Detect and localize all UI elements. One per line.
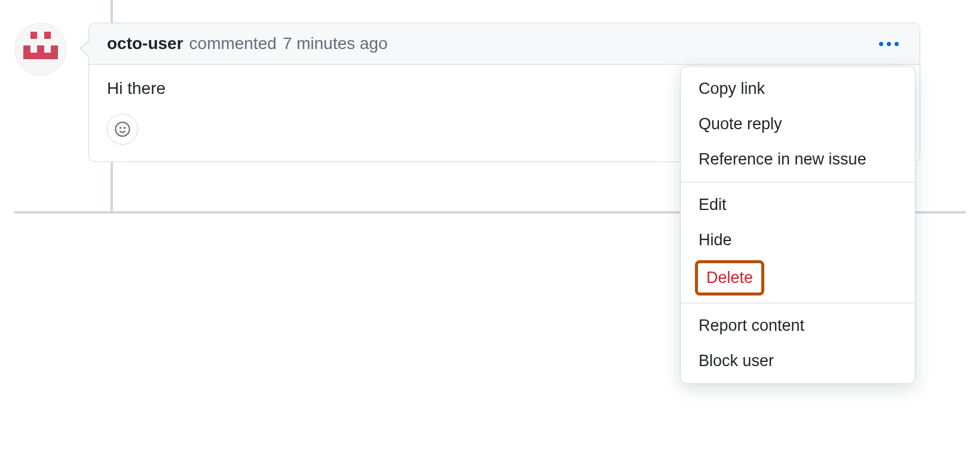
menu-separator <box>681 182 915 182</box>
menu-separator <box>681 303 915 303</box>
menu-reference-issue[interactable]: Reference in new issue <box>681 142 915 177</box>
comment-action: commented <box>189 34 277 53</box>
comment-header-meta: octo-user commented 7 minutes ago <box>107 34 388 53</box>
menu-edit[interactable]: Edit <box>681 187 915 223</box>
menu-block-user[interactable]: Block user <box>681 343 915 379</box>
comment-header: octo-user commented 7 minutes ago <box>89 23 920 65</box>
identicon <box>23 32 58 66</box>
menu-delete[interactable]: Delete <box>695 260 764 296</box>
svg-point-0 <box>115 122 129 136</box>
add-reaction-button[interactable] <box>107 114 138 145</box>
svg-point-2 <box>124 127 125 128</box>
comment-caret <box>79 40 89 57</box>
kebab-icon[interactable] <box>875 36 902 51</box>
smiley-icon <box>114 121 131 138</box>
menu-quote-reply[interactable]: Quote reply <box>681 106 915 142</box>
avatar[interactable] <box>14 23 67 75</box>
menu-hide[interactable]: Hide <box>681 223 915 258</box>
comment-timestamp[interactable]: 7 minutes ago <box>283 34 388 53</box>
menu-copy-link[interactable]: Copy link <box>681 71 915 106</box>
comment-author[interactable]: octo-user <box>107 34 183 53</box>
comment-actions-menu: Copy link Quote reply Reference in new i… <box>680 66 915 384</box>
menu-report-content[interactable]: Report content <box>681 308 915 343</box>
svg-point-1 <box>120 127 121 128</box>
